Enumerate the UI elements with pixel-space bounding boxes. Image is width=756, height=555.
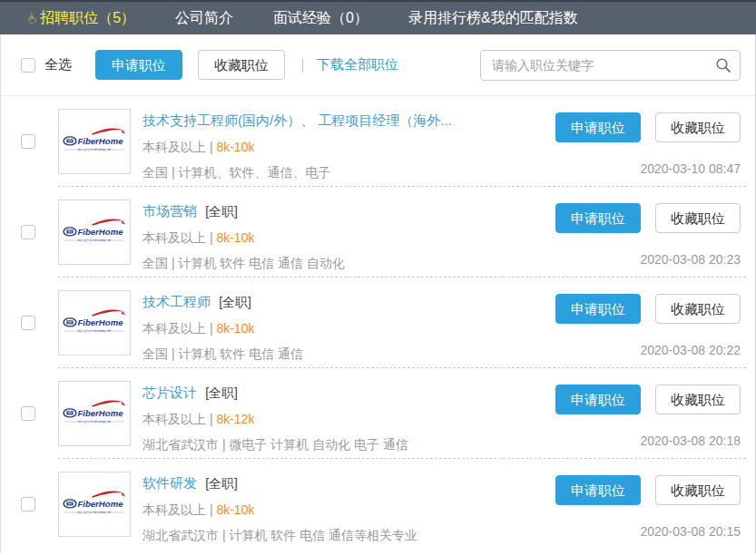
job-info: 技术工程师 [全职] 本科及以上 | 8k-10k 全国 | 计算机 软件 电信… — [142, 278, 545, 363]
job-checkbox[interactable] — [21, 134, 35, 149]
job-actions: 申请职位 收藏职位 2020-03-08 20:15 — [555, 459, 741, 539]
apply-jobs-button[interactable]: 申请职位 — [95, 50, 182, 80]
post-date: 2020-03-08 20:23 — [640, 252, 741, 267]
tab-company-profile[interactable]: 公司简介 — [175, 9, 233, 28]
job-title-link[interactable]: 技术支持工程师(国内/外）、 工程项目经理（海外... — [142, 112, 452, 128]
favorite-job-button[interactable]: 收藏职位 — [655, 475, 741, 505]
job-checkbox[interactable] — [21, 497, 35, 511]
svg-text:FiberHome: FiberHome — [77, 408, 123, 418]
svg-text:烽火通信科技股份有限公司: 烽火通信科技股份有限公司 — [78, 149, 111, 152]
apply-job-button[interactable]: 申请职位 — [555, 112, 641, 142]
job-title-link[interactable]: 市场营销 — [142, 203, 197, 219]
svg-text:烽火通信科技股份有限公司: 烽火通信科技股份有限公司 — [78, 421, 111, 424]
job-row: FiberHome 烽火通信科技股份有限公司 技术工程师 [全职] 本科及以上 … — [1, 278, 755, 368]
salary-label: 8k-10k — [216, 321, 254, 336]
job-row: FiberHome 烽火通信科技股份有限公司 技术支持工程师(国内/外）、 工程… — [1, 96, 755, 187]
company-logo: FiberHome 烽火通信科技股份有限公司 — [58, 109, 131, 174]
tab-ranking-match-index[interactable]: 录用排行榜&我的匹配指数 — [408, 9, 578, 28]
svg-text:FiberHome: FiberHome — [77, 227, 123, 237]
job-checkbox[interactable] — [21, 225, 35, 239]
favorite-job-button[interactable]: 收藏职位 — [655, 385, 741, 414]
favorite-job-button[interactable]: 收藏职位 — [655, 294, 741, 324]
location-categories-label: 湖北省武汉市 | 计算机 软件 电信 通信等相关专业 — [142, 528, 545, 544]
salary-label: 8k-12k — [216, 412, 254, 426]
job-checkbox[interactable] — [21, 316, 35, 330]
job-type-label: [全职] — [205, 476, 238, 491]
svg-text:烽火通信科技股份有限公司: 烽火通信科技股份有限公司 — [78, 511, 111, 515]
hand-pointer-icon: ☝ — [25, 10, 38, 26]
education-label: 本科及以上 | — [142, 412, 213, 426]
favorite-job-button[interactable]: 收藏职位 — [655, 112, 741, 142]
post-date: 2020-03-08 20:22 — [640, 343, 741, 357]
svg-text:FiberHome: FiberHome — [77, 136, 123, 146]
apply-job-button[interactable]: 申请职位 — [555, 385, 641, 414]
favorite-jobs-button[interactable]: 收藏职位 — [198, 50, 285, 80]
job-title-link[interactable]: 软件研发 — [142, 475, 197, 491]
vertical-divider — [302, 58, 303, 73]
svg-text:烽火通信科技股份有限公司: 烽火通信科技股份有限公司 — [78, 330, 111, 334]
search-icon[interactable] — [715, 57, 731, 77]
download-all-jobs-link[interactable]: 下载全部职位 — [317, 56, 398, 73]
job-info: 技术支持工程师(国内/外）、 工程项目经理（海外... 本科及以上 | 8k-1… — [142, 96, 545, 181]
apply-job-button[interactable]: 申请职位 — [555, 475, 641, 505]
salary-label: 8k-10k — [216, 230, 254, 245]
education-label: 本科及以上 | — [142, 321, 213, 336]
search-input[interactable] — [480, 50, 741, 81]
job-actions: 申请职位 收藏职位 2020-03-08 20:18 — [555, 368, 741, 448]
post-date: 2020-03-08 20:18 — [640, 433, 741, 448]
tab-interview-experience[interactable]: 面试经验（0） — [273, 9, 368, 28]
apply-job-button[interactable]: 申请职位 — [555, 203, 641, 233]
post-date: 2020-03-08 20:15 — [640, 524, 741, 539]
job-title-link[interactable]: 芯片设计 — [142, 385, 197, 400]
svg-text:FiberHome: FiberHome — [77, 499, 123, 509]
company-logo: FiberHome 烽火通信科技股份有限公司 — [58, 290, 131, 355]
job-info: 市场营销 [全职] 本科及以上 | 8k-10k 全国 | 计算机 软件 电信 … — [142, 187, 545, 272]
job-checkbox[interactable] — [21, 406, 35, 421]
job-row: FiberHome 烽火通信科技股份有限公司 软件研发 [全职] 本科及以上 |… — [1, 459, 755, 550]
location-categories-label: 全国 | 计算机 软件 电信 通信 自动化 — [142, 256, 545, 272]
job-list: FiberHome 烽火通信科技股份有限公司 技术支持工程师(国内/外）、 工程… — [1, 96, 755, 550]
select-all-label: 全选 — [44, 56, 72, 73]
favorite-job-button[interactable]: 收藏职位 — [655, 203, 741, 233]
job-info: 芯片设计 [全职] 本科及以上 | 8k-12k 湖北省武汉市 | 微电子 计算… — [142, 368, 545, 453]
search-box — [480, 50, 741, 81]
location-categories-label: 全国 | 计算机 软件 电信 通信 — [142, 346, 545, 363]
job-type-label: [全职] — [205, 385, 238, 400]
toolbar: 全选 申请职位 收藏职位 下载全部职位 — [1, 34, 755, 96]
post-date: 2020-03-10 08:47 — [640, 161, 741, 176]
job-actions: 申请职位 收藏职位 2020-03-10 08:47 — [555, 96, 741, 176]
education-label: 本科及以上 | — [142, 140, 213, 154]
salary-label: 8k-10k — [216, 502, 254, 517]
top-tab-bar: ☝ 招聘职位（5） 公司简介 面试经验（0） 录用排行榜&我的匹配指数 — [0, 0, 756, 34]
company-logo: FiberHome 烽火通信科技股份有限公司 — [58, 381, 131, 446]
apply-job-button[interactable]: 申请职位 — [555, 294, 641, 324]
tab-label: 招聘职位（5） — [40, 9, 135, 28]
job-type-label: [全职] — [205, 204, 238, 219]
job-actions: 申请职位 收藏职位 2020-03-08 20:23 — [555, 187, 741, 267]
select-all-checkbox[interactable] — [21, 58, 35, 73]
job-listing-page: ☝ 招聘职位（5） 公司简介 面试经验（0） 录用排行榜&我的匹配指数 全选 申… — [0, 0, 756, 555]
tab-recruiting-positions[interactable]: ☝ 招聘职位（5） — [27, 9, 135, 28]
education-label: 本科及以上 | — [142, 502, 213, 517]
job-row: FiberHome 烽火通信科技股份有限公司 市场营销 [全职] 本科及以上 |… — [1, 187, 755, 278]
job-info: 软件研发 [全职] 本科及以上 | 8k-10k 湖北省武汉市 | 计算机 软件… — [142, 459, 545, 544]
job-actions: 申请职位 收藏职位 2020-03-08 20:22 — [555, 278, 741, 357]
content-area: 全选 申请职位 收藏职位 下载全部职位 — [0, 34, 756, 553]
job-type-label: [全职] — [219, 295, 251, 309]
svg-text:FiberHome: FiberHome — [77, 317, 123, 327]
location-categories-label: 全国 | 计算机、软件、通信、电子 — [142, 165, 545, 181]
company-logo: FiberHome 烽火通信科技股份有限公司 — [58, 200, 131, 265]
education-label: 本科及以上 | — [142, 230, 213, 245]
salary-label: 8k-10k — [216, 140, 254, 154]
svg-text:烽火通信科技股份有限公司: 烽火通信科技股份有限公司 — [78, 239, 111, 243]
job-row: FiberHome 烽火通信科技股份有限公司 芯片设计 [全职] 本科及以上 |… — [1, 368, 755, 459]
company-logo: FiberHome 烽火通信科技股份有限公司 — [58, 472, 131, 537]
location-categories-label: 湖北省武汉市 | 微电子 计算机 自动化 电子 通信 — [142, 437, 545, 453]
job-title-link[interactable]: 技术工程师 — [142, 294, 211, 309]
